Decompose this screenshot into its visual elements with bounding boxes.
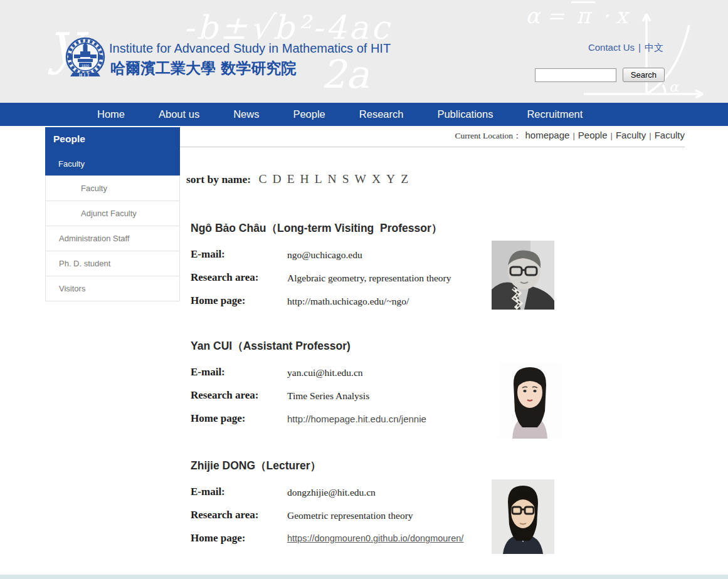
nav-item-recruitment[interactable]: Recruitment: [510, 103, 599, 126]
research-area-row: Research area: Time Series Analysis: [191, 389, 492, 402]
home-page-label: Home page:: [191, 412, 287, 425]
svg-text:HIT: HIT: [79, 73, 91, 77]
breadcrumb: Current Location：homepage|People|Faculty…: [185, 130, 685, 142]
main-nav: Home About us News People Research Publi…: [0, 103, 728, 126]
email-value: ngo@uchicago.edu: [287, 248, 362, 261]
sidebar-item-faculty-active[interactable]: Faculty: [45, 152, 180, 176]
email-label: E-mail:: [191, 486, 287, 498]
faculty-entry-yan-cui: Yan CUI（Assistant Professor) E-mail: yan…: [191, 338, 492, 436]
sort-letter-s[interactable]: S: [342, 172, 349, 185]
sidebar-item-administration-staff[interactable]: Administration Staff: [45, 226, 180, 251]
faculty-name: Zhijie DONG（Lecturer）: [191, 458, 492, 473]
research-area-value: Geometric representation theory: [287, 509, 413, 521]
breadcrumb-faculty-current[interactable]: Faculty: [655, 130, 685, 140]
home-page-link[interactable]: https://dongmouren0.github.io/dongmouren…: [287, 532, 463, 545]
research-area-label: Research area:: [191, 509, 287, 521]
sort-letter-z[interactable]: Z: [401, 172, 408, 185]
faculty-photo-zhijie-dong: [492, 479, 554, 554]
email-label: E-mail:: [191, 366, 287, 378]
faculty-name: Yan CUI（Assistant Professor): [191, 338, 492, 353]
email-row: E-mail: yan.cui@hit.edu.cn: [191, 366, 492, 378]
sort-letter-y[interactable]: Y: [386, 172, 395, 185]
email-row: E-mail: dongzhijie@hit.edu.cn: [191, 486, 492, 498]
content-divider: [180, 147, 685, 147]
hit-logo[interactable]: 1920 HIT: [62, 36, 108, 84]
header-link-separator: |: [635, 42, 645, 53]
faculty-photo-yan-cui: [499, 362, 561, 439]
search-bar: Search: [535, 68, 665, 82]
sidebar-item-visitors[interactable]: Visitors: [45, 276, 180, 301]
home-page-row: Home page: http://homepage.hit.edu.cn/je…: [191, 412, 492, 425]
home-page-link[interactable]: http://homepage.hit.edu.cn/jennie: [287, 412, 426, 425]
math-doodle-quadratic-numerator: -b±√b²-4ac: [183, 9, 391, 46]
sidebar-title-people[interactable]: People: [45, 127, 180, 152]
breadcrumb-label: Current Location：: [455, 131, 521, 140]
sort-letter-c[interactable]: C: [259, 172, 267, 185]
sidebar-item-adjunct-faculty[interactable]: Adjunct Faculty: [45, 201, 180, 226]
research-area-label: Research area:: [191, 389, 287, 402]
research-area-row: Research area: Algebraic geometry, repre…: [191, 271, 492, 284]
sidebar-item-faculty[interactable]: Faculty: [45, 175, 180, 201]
email-value: dongzhijie@hit.edu.cn: [287, 486, 376, 498]
footer-strip: [0, 575, 728, 579]
sort-letter-l[interactable]: L: [315, 172, 322, 185]
breadcrumb-homepage[interactable]: homepage: [525, 130, 569, 140]
faculty-photo-ngo-bao-chau: [492, 241, 554, 310]
research-area-row: Research area: Geometric representation …: [191, 509, 492, 521]
nav-item-about-us[interactable]: About us: [142, 103, 216, 126]
contact-us-link[interactable]: Contact Us: [588, 42, 635, 53]
home-page-row: Home page: https://dongmouren0.github.io…: [191, 532, 492, 545]
breadcrumb-faculty[interactable]: Faculty: [616, 130, 646, 140]
research-area-value: Algebraic geometry, representation theor…: [287, 271, 451, 284]
home-page-label: Home page:: [191, 295, 287, 307]
email-row: E-mail: ngo@uchicago.edu: [191, 248, 492, 261]
sidebar-people-menu: People Faculty Faculty Adjunct Faculty A…: [45, 127, 180, 301]
language-switch-link[interactable]: 中文: [645, 42, 663, 53]
header-links: Contact Us|中文: [588, 42, 663, 54]
sort-by-name-bar: sort by name:CDEHLNSWXYZ: [186, 172, 411, 186]
page-header: y -b±√b²-4ac 2a α = π · x α: [0, 0, 728, 103]
sort-letter-n[interactable]: N: [328, 172, 337, 185]
home-page-label: Home page:: [191, 532, 287, 545]
site-title-cn: 哈爾濱工業大學 数学研究院: [110, 58, 296, 78]
home-page-row: Home page: http://math.uchicago.edu/~ngo…: [191, 295, 492, 307]
math-doodle-quadratic-denominator: 2a: [321, 51, 369, 97]
sort-letter-x[interactable]: X: [372, 172, 381, 185]
sidebar-item-phd-student[interactable]: Ph. D. student: [45, 251, 180, 276]
search-button[interactable]: Search: [623, 68, 665, 82]
breadcrumb-separator: |: [608, 131, 616, 140]
sort-label: sort by name:: [186, 173, 251, 185]
breadcrumb-separator: |: [646, 131, 654, 140]
nav-item-news[interactable]: News: [216, 103, 276, 126]
sort-letter-h[interactable]: H: [300, 172, 309, 185]
nav-item-research[interactable]: Research: [342, 103, 421, 126]
search-input[interactable]: [535, 68, 616, 82]
home-page-link[interactable]: http://math.uchicago.edu/~ngo/: [287, 295, 409, 307]
sort-letter-d[interactable]: D: [273, 172, 282, 185]
research-area-label: Research area:: [191, 271, 287, 284]
nav-item-home[interactable]: Home: [80, 103, 142, 126]
breadcrumb-people[interactable]: People: [578, 130, 608, 140]
faculty-entry-ngo-bao-chau: Ngô Bảo Châu（Long-term Visiting Professo…: [191, 221, 492, 318]
faculty-entry-zhijie-dong: Zhijie DONG（Lecturer） E-mail: dongzhijie…: [191, 458, 492, 555]
email-value: yan.cui@hit.edu.cn: [287, 366, 363, 378]
faculty-name: Ngô Bảo Châu（Long-term Visiting Professo…: [191, 221, 492, 236]
nav-item-people[interactable]: People: [276, 103, 342, 126]
nav-item-publications[interactable]: Publications: [420, 103, 510, 126]
email-label: E-mail:: [191, 248, 287, 261]
research-area-value: Time Series Analysis: [287, 389, 369, 402]
site-title-en: Institute for Advanced Study in Mathemat…: [109, 41, 391, 56]
svg-text:1920: 1920: [82, 64, 89, 68]
breadcrumb-separator: |: [569, 131, 578, 140]
sort-letter-w[interactable]: W: [355, 172, 366, 185]
math-doodle-alpha: α: [669, 79, 680, 95]
sort-letter-e[interactable]: E: [287, 172, 295, 185]
